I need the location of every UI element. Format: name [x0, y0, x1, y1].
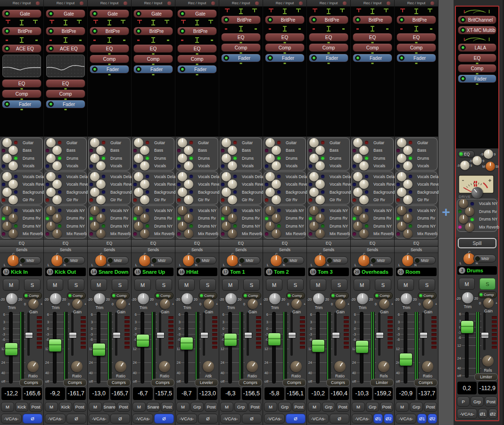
strip-header[interactable]: Rec / Input: [395, 0, 438, 7]
processor-britpre[interactable]: BritPre: [353, 16, 392, 24]
compressor-mode-button[interactable]: Comprs: [19, 379, 43, 386]
send-mix-reverb-knob[interactable]: [272, 229, 281, 238]
route-button-0[interactable]: M: [132, 402, 146, 412]
threshold-handle[interactable]: [481, 332, 489, 338]
trim-knob[interactable]: [94, 293, 105, 304]
route-button-2[interactable]: Post: [117, 402, 130, 412]
section-bar[interactable]: Sends: [88, 246, 131, 253]
processor-fader[interactable]: Fader: [353, 54, 392, 62]
trim-knob[interactable]: [401, 293, 412, 304]
send-vocals-knob[interactable]: [96, 161, 106, 171]
fader-track[interactable]: [404, 312, 407, 384]
master-assign-button[interactable]: Mstr: [238, 256, 260, 264]
solo-button[interactable]: S: [112, 279, 128, 291]
route-button-0[interactable]: M: [352, 402, 365, 412]
gain-display[interactable]: -13,0: [89, 387, 109, 400]
gain-display[interactable]: -12,2: [1, 387, 21, 400]
section-bar[interactable]: EQ: [88, 239, 131, 246]
threshold-handle[interactable]: [376, 332, 384, 338]
fader-handle[interactable]: [399, 353, 413, 366]
add-strip-plus[interactable]: +: [442, 205, 450, 219]
mute-button[interactable]: M: [222, 279, 239, 291]
route-button-1[interactable]: Kick: [59, 402, 72, 412]
vca-button[interactable]: -VCAs-: [352, 414, 372, 424]
processor-eq[interactable]: EQ: [458, 54, 496, 62]
compressor-knob[interactable]: [376, 359, 391, 374]
mute-button[interactable]: M: [3, 279, 19, 291]
route-button-1[interactable]: Grp: [322, 402, 335, 412]
processor-britpre[interactable]: BritPre: [133, 27, 173, 35]
threshold-handle[interactable]: [157, 332, 165, 338]
strip-header[interactable]: Rec / Input: [307, 0, 350, 7]
route-button-2[interactable]: Post: [248, 402, 262, 412]
processor-eq[interactable]: EQ: [177, 44, 217, 53]
route-button-2[interactable]: Post: [336, 402, 349, 412]
mute-button[interactable]: M: [397, 279, 414, 291]
pan-knob[interactable]: [51, 255, 63, 266]
send-gtr-rv-knob[interactable]: [96, 195, 106, 204]
route-button-1[interactable]: Snare: [103, 402, 116, 412]
send-vocals-knob[interactable]: [140, 161, 149, 171]
gain-display[interactable]: 0,2: [457, 382, 477, 395]
fader-handle[interactable]: [49, 339, 62, 352]
send-drums-rv-knob[interactable]: [403, 213, 413, 223]
trim-knob[interactable]: [50, 293, 61, 304]
send-bass-knob[interactable]: [184, 146, 193, 155]
compressor-knob[interactable]: [332, 359, 347, 374]
send-gtr-rv-knob[interactable]: [140, 195, 149, 204]
send-bass-knob[interactable]: [403, 146, 413, 155]
route-button-2[interactable]: Post: [292, 402, 306, 412]
send-gtr-rv-knob[interactable]: [52, 195, 62, 204]
master-assign-button[interactable]: Mstr: [325, 256, 348, 264]
route-button-1[interactable]: Kick: [15, 402, 28, 412]
section-bar[interactable]: Sends: [175, 246, 219, 253]
processor-comp[interactable]: Comp: [221, 43, 261, 52]
section-bar[interactable]: EQ: [351, 239, 394, 246]
compressor-mode-button[interactable]: Limiter: [474, 373, 498, 381]
compressor-knob[interactable]: [288, 359, 304, 374]
send-vocals-knob[interactable]: [184, 161, 193, 171]
fader-handle[interactable]: [461, 320, 474, 334]
route-button-2[interactable]: Post: [380, 402, 393, 412]
route-button-1[interactable]: Grp: [410, 402, 423, 412]
master-assign-button[interactable]: Mstr: [106, 256, 129, 264]
send-vocals-rever-knob[interactable]: [8, 180, 18, 189]
processor-britpre[interactable]: BritPre: [46, 27, 85, 35]
channel-name-plate[interactable]: 19Tom 3: [308, 268, 349, 276]
processor-comp[interactable]: Comp: [90, 55, 129, 63]
send-gtr-rv-knob[interactable]: [315, 195, 325, 204]
gain-knob[interactable]: [289, 297, 304, 311]
send-drums-rv-knob[interactable]: [465, 207, 474, 216]
section-bar[interactable]: EQ: [263, 239, 306, 246]
processor-eq[interactable]: EQ: [265, 33, 305, 41]
add-strip-area[interactable]: +: [438, 0, 454, 425]
processor-gate[interactable]: Gate: [2, 9, 41, 18]
threshold-handle[interactable]: [420, 332, 428, 338]
send-vocals-rever-knob[interactable]: [272, 180, 281, 189]
phase-button-0[interactable]: Ø: [198, 414, 218, 424]
compressor-mode-button[interactable]: Comprs: [282, 379, 306, 386]
compressor-knob[interactable]: [480, 353, 496, 368]
trim-knob[interactable]: [182, 293, 193, 304]
compressor-mode-button[interactable]: Limiter: [370, 379, 394, 386]
channel-name-plate[interactable]: 3Drums: [457, 266, 497, 275]
send-vocals-rever-knob[interactable]: [52, 180, 62, 189]
fader-handle[interactable]: [136, 334, 149, 347]
vca-button[interactable]: -VCAs-: [264, 414, 285, 424]
send-vocals-rever-knob[interactable]: [403, 180, 413, 189]
send-mix-reverb-knob[interactable]: [52, 229, 62, 238]
phase-button-0[interactable]: Ø: [286, 414, 306, 424]
master-assign-button[interactable]: Mstr: [62, 256, 85, 264]
record-indicator[interactable]: [211, 1, 215, 5]
route-button-0[interactable]: M: [89, 402, 102, 412]
route-button-0[interactable]: M: [264, 402, 277, 412]
mute-button[interactable]: M: [354, 279, 370, 291]
channel-name-plate[interactable]: 18Tom 2: [264, 268, 305, 276]
processor-britpre[interactable]: BritPre: [90, 27, 129, 35]
phase-button-0[interactable]: Ø: [66, 414, 86, 424]
compressor-knob[interactable]: [69, 359, 84, 374]
compressor-mode-button[interactable]: Leveler: [195, 379, 218, 386]
vca-button[interactable]: -VCAs-: [89, 414, 109, 424]
threshold-handle[interactable]: [25, 332, 33, 338]
gain-knob[interactable]: [70, 297, 85, 311]
